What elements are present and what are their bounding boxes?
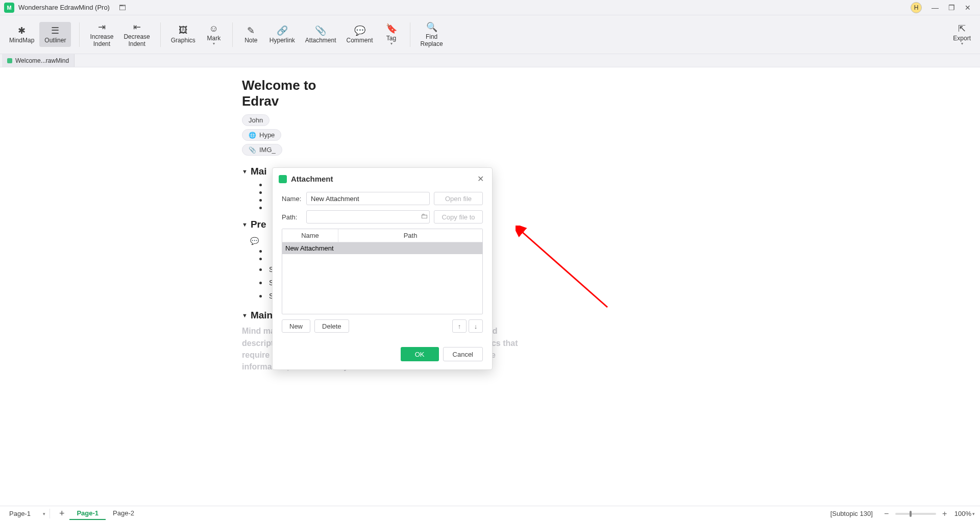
bullet-icon <box>259 184 262 186</box>
chevron-down-icon[interactable]: ▾ <box>972 511 975 516</box>
browse-folder-icon[interactable]: 🗀 <box>421 212 428 220</box>
page-tab-2[interactable]: Page-2 <box>106 507 141 520</box>
graphics-icon: 🖼 <box>179 25 188 36</box>
bullet-icon <box>259 199 262 202</box>
dialog-logo-icon <box>279 175 287 183</box>
document-tab[interactable]: Welcome...rawMind <box>2 54 75 67</box>
statusbar: Page-1 ▾ + Page-1 Page-2 [Subtopic 130] … <box>0 506 980 521</box>
comment-sub-icon: 💬 <box>250 237 259 245</box>
move-up-button[interactable]: ↑ <box>452 319 467 333</box>
bullet-icon <box>259 250 262 253</box>
graphics-button[interactable]: 🖼 Graphics <box>166 22 201 47</box>
document-tabstrip: Welcome...rawMind <box>0 54 980 67</box>
name-label: Name: <box>282 195 306 203</box>
attachments-table: Name Path New Attachment <box>282 229 483 314</box>
dialog-body: Name: Open file Path: 🗀 Copy file to Nam… <box>273 190 492 340</box>
dialog-close-button[interactable]: ✕ <box>475 173 486 185</box>
increase-indent-label: Increase Indent <box>90 34 113 48</box>
bullet-icon <box>259 282 262 284</box>
increase-indent-button[interactable]: ⇥ Increase Indent <box>85 18 118 51</box>
page-selector-label: Page-1 <box>9 510 31 517</box>
copy-file-to-button[interactable]: Copy file to <box>434 210 483 224</box>
tag-button[interactable]: 🔖 Tag ▾ <box>378 20 405 49</box>
add-page-button[interactable]: + <box>54 508 70 519</box>
page-selector[interactable]: Page-1 ▾ <box>5 509 50 518</box>
ok-button[interactable]: OK <box>401 347 439 361</box>
table-row[interactable]: New Attachment <box>282 242 482 254</box>
outliner-view-button[interactable]: ☰ Outliner <box>39 22 71 47</box>
decrease-indent-label: Decrease Indent <box>124 34 150 48</box>
new-button[interactable]: New <box>282 319 310 333</box>
attachment-button[interactable]: 📎 Attachment <box>300 22 341 47</box>
comment-button[interactable]: 💬 Comment <box>341 22 378 47</box>
separator <box>410 22 410 47</box>
note-button[interactable]: ✎ Note <box>238 22 264 47</box>
move-down-button[interactable]: ↓ <box>469 319 483 333</box>
zoom-out-button[interactable]: − <box>881 509 892 518</box>
page-tab-1[interactable]: Page-1 <box>69 507 106 520</box>
chevron-down-icon: ▾ <box>213 41 215 46</box>
document-tab-label: Welcome...rawMind <box>15 57 69 64</box>
toolbar: ✱ MindMap ☰ Outliner ⇥ Increase Indent ⇤… <box>0 15 980 54</box>
separator <box>232 22 233 47</box>
chevron-down-icon: ▾ <box>390 41 393 46</box>
dialog-title: Attachment <box>291 175 333 183</box>
path-row: Path: 🗀 Copy file to <box>282 210 483 224</box>
open-file-button[interactable]: Open file <box>434 192 483 205</box>
find-replace-button[interactable]: 🔍 Find Replace <box>415 18 448 51</box>
column-name-header[interactable]: Name <box>282 229 338 242</box>
decrease-indent-icon: ⇤ <box>133 21 141 33</box>
name-input[interactable] <box>306 192 430 205</box>
hyperlink-button[interactable]: 🔗 Hyperlink <box>264 22 300 47</box>
tag-icon: 🔖 <box>386 23 397 34</box>
hyperlink-label: Hyperlink <box>270 37 295 44</box>
zoom-percent[interactable]: 100% <box>954 510 971 517</box>
svg-line-1 <box>521 231 607 307</box>
save-icon[interactable]: 🗔 <box>117 3 128 13</box>
separator <box>79 22 80 47</box>
chip-hyperlink[interactable]: 🌐Hype <box>242 129 281 141</box>
caret-down-icon[interactable]: ▼ <box>242 221 248 228</box>
mindmap-view-button[interactable]: ✱ MindMap <box>4 22 39 47</box>
mark-button[interactable]: ☺ Mark ▾ <box>201 20 227 49</box>
path-input[interactable] <box>306 210 430 224</box>
window-close-icon[interactable]: ✕ <box>960 1 976 15</box>
cancel-button[interactable]: Cancel <box>443 347 483 361</box>
globe-icon: 🌐 <box>249 132 256 139</box>
note-label: Note <box>244 37 257 44</box>
table-buttons-row: New Delete ↑ ↓ <box>282 319 483 333</box>
zoom-slider[interactable] <box>895 513 936 515</box>
find-replace-label: Find Replace <box>421 34 443 48</box>
comment-icon: 💬 <box>354 25 365 36</box>
bullet-icon <box>259 191 262 194</box>
zoom-in-button[interactable]: + <box>939 509 950 518</box>
window-minimize-icon[interactable]: — <box>927 1 943 15</box>
dialog-titlebar: Attachment ✕ <box>273 168 492 190</box>
find-icon: 🔍 <box>426 21 437 33</box>
paperclip-icon: 📎 <box>249 146 256 154</box>
note-icon: ✎ <box>247 25 255 36</box>
column-path-header[interactable]: Path <box>338 229 482 242</box>
attachment-icon: 📎 <box>315 25 326 36</box>
canvas[interactable]: Welcome to Edrav John 🌐Hype 📎IMG_ ▼Mai ▼… <box>0 67 980 506</box>
path-label: Path: <box>282 213 306 221</box>
window-restore-icon[interactable]: ❐ <box>943 1 960 15</box>
caret-down-icon[interactable]: ▼ <box>242 168 248 175</box>
status-subtopic: [Subtopic 130] <box>830 510 873 517</box>
bullet-icon <box>259 268 262 271</box>
document-title[interactable]: Welcome to Edrav <box>242 78 528 109</box>
mindmap-label: MindMap <box>9 37 34 44</box>
caret-down-icon[interactable]: ▼ <box>242 312 248 318</box>
decrease-indent-button[interactable]: ⇤ Decrease Indent <box>118 18 155 51</box>
cell-path <box>338 242 482 254</box>
attachment-dialog: Attachment ✕ Name: Open file Path: 🗀 Cop… <box>272 167 493 370</box>
user-avatar[interactable]: H <box>911 2 922 13</box>
chip-author[interactable]: John <box>242 114 270 126</box>
mindmap-icon: ✱ <box>18 25 26 36</box>
chip-attachment[interactable]: 📎IMG_ <box>242 144 282 156</box>
delete-button[interactable]: Delete <box>314 319 349 333</box>
export-button[interactable]: ⇱ Export ▾ <box>948 20 976 49</box>
comment-label: Comment <box>347 37 373 44</box>
app-title: Wondershare EdrawMind (Pro) <box>18 4 110 11</box>
outliner-label: Outliner <box>44 37 66 44</box>
